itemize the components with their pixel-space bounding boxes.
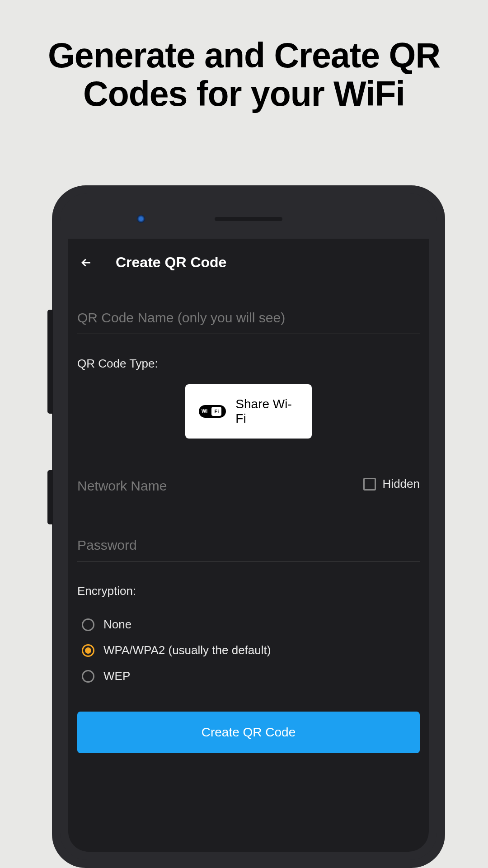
qr-type-chip-label: Share Wi-Fi <box>235 397 298 426</box>
phone-frame: Create QR Code QR Code Type: Wi Fi Sh <box>52 185 445 868</box>
hidden-checkbox-wrap[interactable]: Hidden <box>363 477 420 495</box>
qr-type-label: QR Code Type: <box>77 357 420 371</box>
phone-camera <box>137 215 145 223</box>
volume-button <box>47 310 53 414</box>
encryption-option-wep[interactable]: WEP <box>77 663 420 689</box>
encryption-option-wpa[interactable]: WPA/WPA2 (usually the default) <box>77 637 420 663</box>
radio-label: None <box>103 618 131 632</box>
app-bar: Create QR Code <box>68 239 429 286</box>
create-qr-button[interactable]: Create QR Code <box>77 712 420 753</box>
hidden-checkbox[interactable] <box>363 478 376 491</box>
back-arrow-icon[interactable] <box>80 256 93 269</box>
wifi-icon: Wi Fi <box>199 403 224 420</box>
password-input[interactable] <box>77 529 420 561</box>
radio-icon <box>82 644 94 657</box>
network-name-input[interactable] <box>77 470 350 502</box>
app-screen: Create QR Code QR Code Type: Wi Fi Sh <box>68 239 429 852</box>
encryption-label: Encryption: <box>77 584 420 598</box>
radio-icon <box>82 670 94 683</box>
encryption-option-none[interactable]: None <box>77 612 420 637</box>
encryption-radio-group: None WPA/WPA2 (usually the default) WEP <box>77 612 420 689</box>
password-field <box>77 529 420 561</box>
qr-name-field <box>77 302 420 334</box>
radio-label: WEP <box>103 669 130 683</box>
power-button <box>47 470 53 524</box>
hidden-label: Hidden <box>383 477 420 491</box>
radio-label: WPA/WPA2 (usually the default) <box>103 643 271 657</box>
qr-name-input[interactable] <box>77 302 420 334</box>
radio-icon <box>82 618 94 631</box>
page-title: Create QR Code <box>116 254 226 271</box>
network-name-field <box>77 470 350 502</box>
marketing-headline: Generate and Create QR Codes for your Wi… <box>0 0 488 140</box>
phone-speaker <box>215 217 282 221</box>
qr-type-chip[interactable]: Wi Fi Share Wi-Fi <box>185 384 312 439</box>
